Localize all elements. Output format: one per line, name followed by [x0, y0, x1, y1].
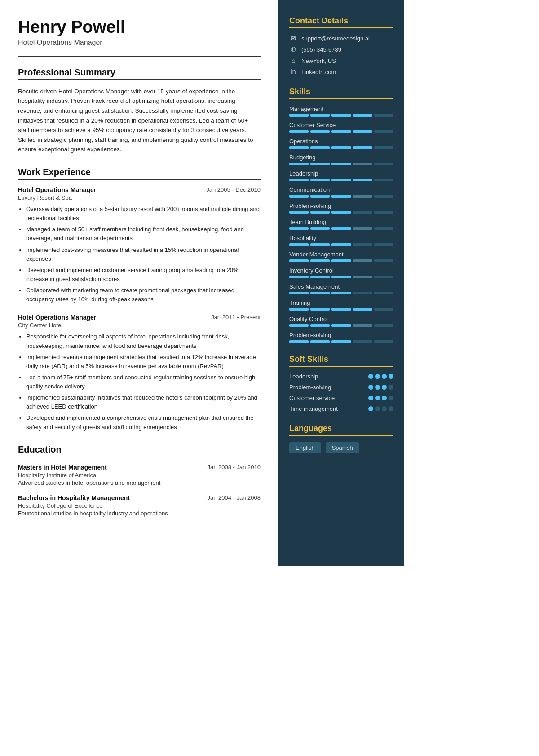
- skill-segment: [353, 195, 372, 198]
- skill-segment: [310, 324, 330, 327]
- soft-skills-title: Soft Skills: [289, 355, 393, 367]
- skill-segment: [310, 179, 330, 181]
- skill-segment: [374, 308, 393, 311]
- soft-skill-dots: [368, 396, 393, 400]
- skill-segment: [353, 259, 372, 262]
- skill-name: Hospitality: [289, 235, 393, 242]
- edu-desc: Advanced studies in hotel operations and…: [18, 479, 261, 486]
- work-bullet: Developed and implemented customer servi…: [26, 266, 261, 284]
- edu-degree: Masters in Hotel Management: [18, 464, 107, 471]
- work-bullets: Oversaw daily operations of a 5-star lux…: [18, 205, 261, 304]
- work-experience-section: Work Experience Hotel Operations Manager…: [18, 167, 261, 432]
- skill-segment: [310, 211, 330, 214]
- skill-segment: [310, 292, 330, 294]
- skill-bar: [289, 340, 393, 343]
- skill-item: Vendor Management: [289, 251, 393, 262]
- skill-bar: [289, 324, 393, 327]
- skill-segment: [374, 179, 393, 181]
- dot: [368, 374, 373, 379]
- skill-item: Quality Control: [289, 316, 393, 327]
- work-bullet: Implemented cost-saving measures that re…: [26, 246, 261, 264]
- language-badge: Spanish: [326, 442, 359, 453]
- summary-title: Professional Summary: [18, 67, 261, 80]
- skill-segment: [289, 276, 309, 278]
- skills-section: Skills ManagementCustomer ServiceOperati…: [289, 87, 393, 343]
- skill-segment: [310, 114, 330, 117]
- work-bullet: Implemented revenue management strategie…: [26, 353, 261, 371]
- skill-segment: [310, 276, 330, 278]
- skill-segment: [331, 227, 351, 230]
- work-bullets: Responsible for overseeing all aspects o…: [18, 332, 261, 431]
- skill-segment: [353, 227, 372, 230]
- work-title: Hotel Operations Manager: [18, 186, 96, 193]
- soft-skills-section: Soft Skills LeadershipProblem-solvingCus…: [289, 355, 393, 412]
- skill-segment: [374, 259, 393, 262]
- skill-item: Operations: [289, 138, 393, 149]
- skill-bar: [289, 227, 393, 230]
- skill-segment: [353, 276, 372, 278]
- work-bullet: Implemented sustainability initiatives t…: [26, 393, 261, 411]
- skill-name: Vendor Management: [289, 251, 393, 258]
- dot: [368, 406, 373, 411]
- soft-skill-row: Time management: [289, 405, 393, 412]
- skill-segment: [289, 259, 309, 262]
- skill-segment: [310, 195, 330, 198]
- work-title: Hotel Operations Manager: [18, 314, 96, 321]
- skill-segment: [374, 243, 393, 246]
- skill-segment: [331, 163, 351, 165]
- skill-segment: [331, 179, 351, 181]
- skill-segment: [374, 276, 393, 278]
- dot: [368, 396, 373, 400]
- contact-linkedin: in LinkedIn.com: [289, 68, 393, 75]
- skill-bar: [289, 259, 393, 262]
- skill-segment: [374, 130, 393, 133]
- dot: [382, 396, 387, 400]
- skill-item: Customer Service: [289, 122, 393, 133]
- soft-skill-name: Customer service: [289, 395, 335, 401]
- soft-skill-name: Time management: [289, 405, 338, 412]
- skill-segment: [353, 292, 372, 294]
- skill-segment: [374, 227, 393, 230]
- skill-segment: [331, 114, 351, 117]
- skill-item: Hospitality: [289, 235, 393, 246]
- skill-segment: [353, 211, 372, 214]
- skill-segment: [353, 146, 372, 149]
- contact-title: Contact Details: [289, 16, 393, 28]
- work-items-container: Hotel Operations ManagerJan 2005 - Dec 2…: [18, 186, 261, 432]
- skill-segment: [331, 243, 351, 246]
- skill-segment: [310, 340, 330, 343]
- edu-dates: Jan 2008 - Jan 2010: [207, 464, 261, 470]
- skill-segment: [374, 292, 393, 294]
- skill-segment: [310, 259, 330, 262]
- skill-name: Operations: [289, 138, 393, 145]
- skill-segment: [353, 163, 372, 165]
- skill-segment: [289, 114, 309, 117]
- right-column: Contact Details ✉ support@resumedesign.a…: [278, 0, 404, 566]
- contact-section: Contact Details ✉ support@resumedesign.a…: [289, 16, 393, 75]
- skill-segment: [331, 324, 351, 327]
- soft-skill-dots: [368, 385, 393, 390]
- skill-name: Quality Control: [289, 316, 393, 322]
- languages-section: Languages EnglishSpanish: [289, 424, 393, 453]
- work-bullet: Led a team of 75+ staff members and cond…: [26, 373, 261, 391]
- phone-icon: ✆: [289, 46, 297, 53]
- name-block: Henry Powell Hotel Operations Manager: [18, 18, 261, 47]
- skill-segment: [310, 308, 330, 311]
- skill-segment: [289, 179, 309, 181]
- dot: [368, 385, 373, 390]
- skill-segment: [331, 130, 351, 133]
- skill-segment: [353, 243, 372, 246]
- contact-email: ✉ support@resumedesign.ai: [289, 35, 393, 42]
- edu-desc: Foundational studies in hospitality indu…: [18, 510, 261, 517]
- skill-segment: [353, 130, 372, 133]
- dot: [375, 396, 380, 400]
- skill-segment: [289, 227, 309, 230]
- skill-bar: [289, 146, 393, 149]
- work-bullet: Developed and implemented a comprehensiv…: [26, 413, 261, 431]
- skill-name: Problem-solving: [289, 202, 393, 209]
- skill-item: Problem-solving: [289, 202, 393, 214]
- contact-location: ⌂ NewYork, US: [289, 57, 393, 64]
- skill-segment: [353, 114, 372, 117]
- dot: [389, 374, 393, 379]
- skill-segment: [289, 130, 309, 133]
